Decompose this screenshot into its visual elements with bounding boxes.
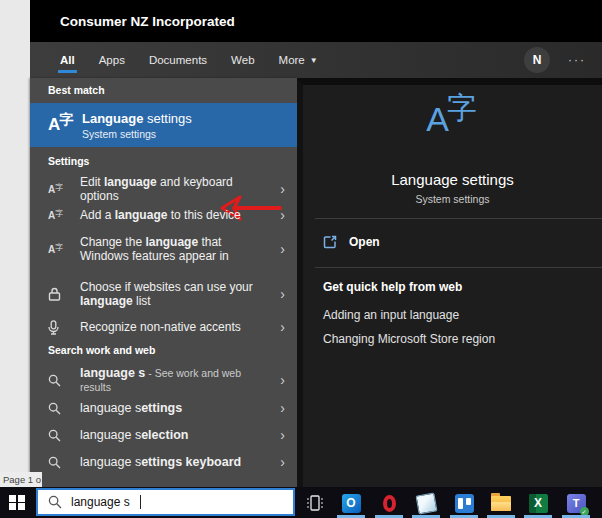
taskbar-app-teams[interactable]: T✓ bbox=[564, 491, 588, 515]
chevron-right-icon: › bbox=[280, 454, 285, 470]
search-icon bbox=[48, 402, 68, 415]
opera-icon bbox=[383, 495, 396, 512]
chevron-down-icon: ▼ bbox=[310, 56, 318, 65]
tab-documents[interactable]: Documents bbox=[149, 42, 207, 78]
tab-documents-label: Documents bbox=[149, 54, 207, 66]
tab-web-label: Web bbox=[231, 54, 254, 66]
taskbar-search-input[interactable]: language s bbox=[36, 488, 295, 516]
open-label: Open bbox=[349, 235, 380, 249]
web-search-suggestion-settings-keyboard[interactable]: language settings keyboard › bbox=[30, 448, 297, 476]
detail-title: Language settings bbox=[303, 171, 602, 188]
web-search-suggestion-selection[interactable]: language selection › bbox=[30, 421, 297, 449]
help-section-header: Get quick help from web bbox=[323, 280, 462, 294]
taskbar-app-opera[interactable] bbox=[377, 491, 401, 515]
document-page-status: Page 1 o bbox=[0, 472, 42, 487]
chevron-right-icon: › bbox=[280, 286, 285, 302]
lock-icon bbox=[48, 287, 68, 301]
tab-apps-label: Apps bbox=[99, 54, 125, 66]
taskbar: language s O X T✓ bbox=[0, 487, 602, 518]
tab-apps[interactable]: Apps bbox=[99, 42, 125, 78]
settings-item-edit-language[interactable]: A字 Edit language and keyboard options › bbox=[30, 175, 297, 203]
taskbar-app-excel[interactable]: X bbox=[526, 491, 550, 515]
divider bbox=[315, 218, 602, 219]
language-settings-hero-icon: A字 bbox=[303, 100, 602, 142]
chevron-right-icon: › bbox=[280, 372, 285, 388]
tab-all-label: All bbox=[60, 54, 75, 66]
outlook-icon: O bbox=[342, 494, 361, 513]
user-avatar[interactable]: N bbox=[524, 47, 550, 73]
search-icon bbox=[48, 456, 68, 469]
divider bbox=[315, 267, 602, 268]
trello-icon bbox=[455, 494, 474, 513]
web-search-suggestion-settings[interactable]: language settings › bbox=[30, 394, 297, 422]
search-window-titlebar: Consumer NZ Incorporated bbox=[30, 0, 602, 42]
search-icon bbox=[48, 495, 62, 509]
tab-more-label: More bbox=[279, 54, 305, 66]
chevron-right-icon: › bbox=[280, 319, 285, 335]
taskbar-app-notepad[interactable] bbox=[414, 491, 438, 515]
best-match-result-language-settings[interactable]: A字 Language settings System settings bbox=[30, 103, 297, 147]
chevron-right-icon: › bbox=[280, 181, 285, 197]
settings-item-recognize-accents[interactable]: Recognize non-native accents › bbox=[30, 313, 297, 341]
taskbar-app-file-explorer[interactable] bbox=[489, 491, 513, 515]
detail-subtitle: System settings bbox=[303, 193, 602, 205]
chevron-right-icon: › bbox=[280, 241, 285, 257]
search-results-panel: Best match A字 Language settings System s… bbox=[30, 78, 297, 487]
web-search-section-header: Search work and web bbox=[48, 344, 155, 356]
text-caret bbox=[140, 495, 141, 509]
task-view-icon bbox=[306, 495, 324, 511]
web-search-primary-result[interactable]: language s - See work and web results › bbox=[30, 366, 297, 394]
tab-all[interactable]: All bbox=[60, 42, 75, 78]
active-tab-underline bbox=[58, 70, 77, 73]
search-icon bbox=[48, 374, 68, 387]
settings-item-add-language[interactable]: A字 Add a language to this device › bbox=[30, 201, 297, 229]
tab-more[interactable]: More ▼ bbox=[279, 42, 318, 78]
notepad-icon bbox=[415, 492, 437, 514]
excel-icon: X bbox=[529, 494, 548, 513]
help-link-store-region[interactable]: Changing Microsoft Store region bbox=[323, 332, 495, 346]
language-settings-icon: A字 bbox=[48, 115, 82, 135]
microphone-icon bbox=[48, 320, 68, 335]
help-link-adding-input-language[interactable]: Adding an input language bbox=[323, 308, 459, 322]
start-button[interactable] bbox=[0, 487, 34, 518]
more-options-icon[interactable]: ··· bbox=[568, 53, 586, 67]
result-detail-panel: A字 Language settings System settings Ope… bbox=[297, 78, 602, 488]
search-filter-tabbar: All Apps Documents Web More ▼ N ··· bbox=[30, 42, 602, 78]
best-match-subtitle: System settings bbox=[82, 128, 192, 140]
chevron-right-icon: › bbox=[280, 400, 285, 416]
open-action[interactable]: Open bbox=[303, 228, 602, 256]
settings-section-header: Settings bbox=[48, 155, 89, 167]
search-icon bbox=[48, 429, 68, 442]
chevron-right-icon: › bbox=[280, 427, 285, 443]
windows-logo-icon bbox=[9, 495, 25, 511]
open-icon bbox=[323, 235, 337, 249]
settings-item-websites-language-list[interactable]: Choose if websites can use your language… bbox=[30, 274, 297, 314]
teams-icon: T✓ bbox=[567, 494, 586, 513]
best-match-title: Language settings bbox=[82, 111, 192, 126]
avatar-initial: N bbox=[533, 53, 542, 67]
chevron-right-icon: › bbox=[280, 207, 285, 223]
search-query-text: language s bbox=[71, 495, 130, 509]
language-icon: A字 bbox=[48, 242, 68, 256]
file-explorer-icon bbox=[491, 496, 511, 511]
task-view-button[interactable] bbox=[303, 491, 327, 515]
window-title: Consumer NZ Incorporated bbox=[60, 14, 235, 29]
language-icon: A字 bbox=[48, 182, 68, 196]
language-icon: A字 bbox=[48, 208, 68, 222]
tab-web[interactable]: Web bbox=[231, 42, 254, 78]
settings-item-change-display-language[interactable]: A字 Change the language that Windows feat… bbox=[30, 229, 297, 269]
taskbar-app-outlook[interactable]: O bbox=[339, 491, 363, 515]
taskbar-app-trello[interactable] bbox=[452, 491, 476, 515]
best-match-header: Best match bbox=[48, 84, 105, 96]
